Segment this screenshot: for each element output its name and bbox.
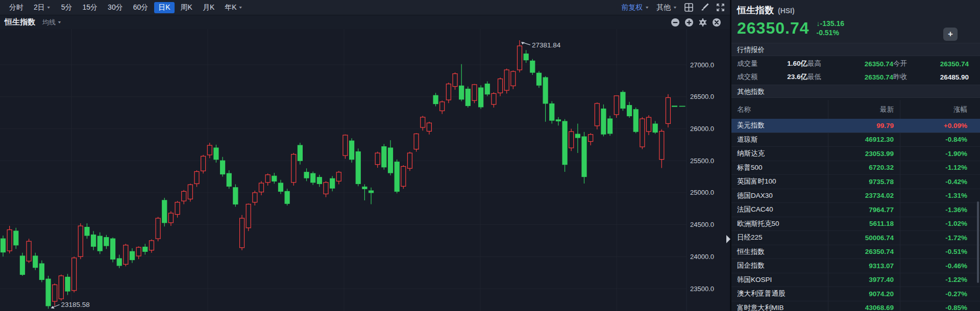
col-name-header: 名称 (737, 105, 827, 114)
index-row-last: 9074.20 (827, 290, 894, 298)
index-row-标普500[interactable]: 标普5006720.32-1.12% (731, 161, 980, 175)
index-row-last: 9313.07 (827, 262, 894, 270)
index-row-last: 23734.02 (827, 192, 894, 199)
quote-value: 26350.74 (925, 60, 969, 68)
quote-label: 成交额 (737, 72, 767, 82)
low-annotation: 23185.58 (61, 301, 90, 308)
index-row-欧洲斯托克50[interactable]: 欧洲斯托克505611.18-1.02% (731, 217, 980, 231)
index-row-道琼斯[interactable]: 道琼斯46912.30-0.84% (731, 133, 980, 147)
index-row-change: -1.90% (894, 150, 967, 158)
period-tab-2日[interactable]: 2日▼ (30, 2, 55, 13)
index-row-last: 26350.74 (827, 248, 894, 255)
period-tab-5分[interactable]: 5分 (57, 2, 77, 13)
index-name: 恒生指数 (737, 4, 774, 16)
y-axis-label: 26500.0 (690, 93, 714, 100)
index-row-last: 5611.18 (827, 220, 894, 227)
quote-label: 最低 (807, 72, 849, 82)
y-axis-label: 24500.0 (690, 221, 714, 228)
chart-symbol-title: 恒生指数 (5, 17, 35, 27)
other-dropdown[interactable]: 其他▼ (656, 3, 677, 12)
index-row-美元指数[interactable]: 美元指数99.79+0.09% (731, 119, 980, 133)
index-row-法国CAC40[interactable]: 法国CAC407964.77-1.36% (731, 203, 980, 217)
index-row-name: 国企指数 (737, 261, 827, 270)
index-row-韩国KOSPI[interactable]: 韩国KOSPI3977.40-1.22% (731, 273, 980, 288)
index-row-change: -0.42% (894, 178, 967, 186)
chart-pane: 27000.026500.026000.025500.025000.024500… (0, 0, 730, 311)
index-row-富时意大利MIB[interactable]: 富时意大利MIB43068.69-0.85% (731, 301, 980, 311)
quote-label: 今开 (893, 59, 925, 68)
quote-header: 恒生指数 (HSI) 26350.74 ↓-135.16 -0.51% + (731, 0, 980, 43)
period-tab-30分[interactable]: 30分 (104, 2, 127, 13)
col-change-header: 涨幅 (894, 105, 967, 114)
period-tab-年K[interactable]: 年K▼ (220, 2, 247, 13)
index-row-澳大利亚普通股[interactable]: 澳大利亚普通股9074.20-0.27% (731, 287, 980, 301)
zoom-out-icon[interactable] (671, 18, 680, 27)
period-tab-15分[interactable]: 15分 (79, 2, 102, 13)
index-row-name: 韩国KOSPI (737, 275, 827, 284)
chevron-down-icon: ▼ (46, 6, 51, 10)
y-axis-label: 23500.0 (690, 285, 714, 293)
index-row-英国富时100[interactable]: 英国富时1009735.78-0.42% (731, 175, 980, 189)
period-tab-分时[interactable]: 分时 (5, 2, 28, 13)
add-to-watchlist-button[interactable]: + (943, 28, 958, 41)
close-chart-icon[interactable] (712, 18, 721, 27)
period-tabs: 分时2日▼5分15分30分60分日K周K月K年K▼ (5, 2, 247, 13)
index-row-last: 50006.74 (827, 234, 894, 242)
period-tab-日K[interactable]: 日K (154, 2, 174, 13)
y-axis-label: 27000.0 (690, 61, 714, 69)
index-row-国企指数[interactable]: 国企指数9313.07-0.46% (731, 259, 980, 273)
quote-row-1: 成交量1.60亿最高26350.74今开26350.74 (731, 57, 980, 70)
index-row-change: -1.72% (894, 234, 967, 242)
period-tab-60分[interactable]: 60分 (129, 2, 153, 13)
quote-panel: 恒生指数 (HSI) 26350.74 ↓-135.16 -0.51% + 行情… (731, 0, 980, 311)
index-row-change: -1.22% (894, 276, 967, 283)
index-row-change: +0.09% (894, 122, 967, 129)
brush-icon[interactable] (700, 3, 709, 12)
index-row-last: 23053.99 (827, 150, 894, 158)
index-row-last: 6720.32 (827, 164, 894, 171)
layout-grid-icon[interactable] (684, 3, 693, 12)
y-axis-label: 25000.0 (690, 189, 714, 196)
index-row-name: 日经225 (737, 233, 827, 242)
index-row-纳斯达克[interactable]: 纳斯达克23053.99-1.90% (731, 147, 980, 161)
adjust-type-dropdown[interactable]: 前复权▼ (621, 3, 649, 12)
index-row-name: 恒生指数 (737, 247, 827, 256)
indices-table: 美元指数99.79+0.09%道琼斯46912.30-0.84%纳斯达克2305… (731, 119, 980, 311)
indices-table-header: 名称 最新 涨幅 (731, 100, 980, 119)
candles-svg: 27000.026500.026000.025500.025000.024500… (0, 0, 730, 311)
high-annotation: 27381.84 (532, 41, 561, 49)
index-price: 26350.74 (737, 18, 809, 38)
chevron-down-icon: ▼ (673, 6, 677, 10)
index-row-change: -0.84% (894, 136, 967, 143)
fullscreen-icon[interactable] (716, 3, 725, 12)
ma-dropdown[interactable]: 均线▼ (42, 18, 62, 27)
index-row-name: 德国DAX30 (737, 191, 827, 200)
section-indices-title: 其他指数 (731, 85, 980, 98)
chart-controls (671, 18, 725, 27)
quote-label: 昨收 (893, 72, 925, 82)
col-last-header: 最新 (827, 105, 894, 114)
candlestick-chart[interactable]: 27000.026500.026000.025500.025000.024500… (0, 0, 730, 311)
index-change: ↓-135.16 -0.51% (816, 19, 844, 37)
trading-app: 27000.026500.026000.025500.025000.024500… (0, 0, 980, 311)
quote-value: 26350.74 (849, 60, 893, 68)
panel-collapse-arrow-icon[interactable] (726, 235, 730, 243)
y-axis-label: 24000.0 (690, 253, 714, 261)
scrollbar-thumb[interactable] (977, 201, 979, 283)
index-row-change: -0.85% (894, 304, 967, 311)
period-tab-周K[interactable]: 周K (177, 2, 197, 13)
index-row-name: 道琼斯 (737, 135, 827, 144)
index-row-恒生指数[interactable]: 恒生指数26350.74-0.51% (731, 245, 980, 260)
index-row-日经225[interactable]: 日经22550006.74-1.72% (731, 231, 980, 245)
index-row-德国DAX30[interactable]: 德国DAX3023734.02-1.31% (731, 189, 980, 203)
chevron-down-icon: ▼ (238, 6, 243, 10)
quote-label: 最高 (807, 59, 849, 68)
zoom-in-icon[interactable] (684, 18, 694, 27)
section-quote-title: 行情报价 (731, 43, 980, 56)
period-toolbar: 分时2日▼5分15分30分60分日K周K月K年K▼ 前复权▼ 其他▼ (0, 0, 730, 15)
index-row-name: 欧洲斯托克50 (737, 219, 827, 228)
index-row-change: -1.31% (894, 192, 967, 199)
quote-label: 成交量 (737, 59, 767, 68)
settings-gear-icon[interactable] (698, 18, 707, 27)
period-tab-月K[interactable]: 月K (199, 2, 218, 13)
